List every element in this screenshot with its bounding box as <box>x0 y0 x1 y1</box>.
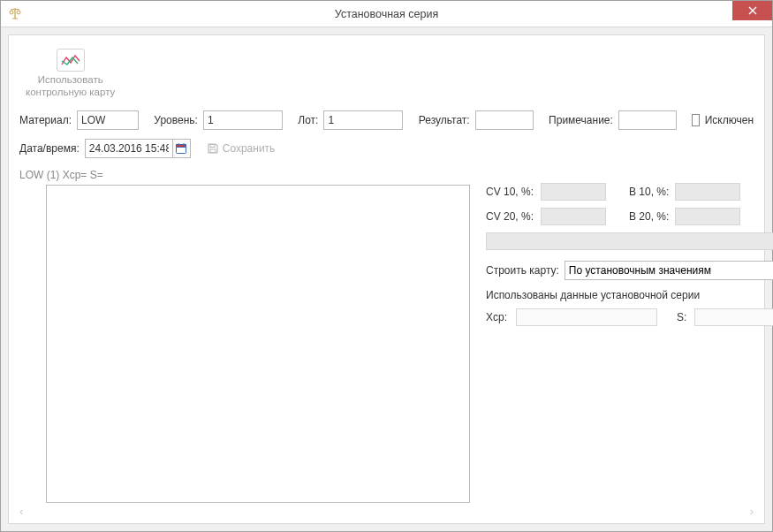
pager: ‹ › <box>19 505 754 518</box>
b10-value <box>675 183 740 201</box>
floppy-icon <box>207 142 219 155</box>
result-input[interactable] <box>475 110 534 130</box>
cv10-value <box>541 183 606 201</box>
s-label: S: <box>677 311 689 323</box>
excluded-label: Исключен <box>705 114 754 126</box>
svg-rect-3 <box>177 144 186 147</box>
pager-prev[interactable]: ‹ <box>19 505 23 518</box>
b20-label: B 20, %: <box>629 210 670 223</box>
cv20-row: CV 20, %: B 20, %: <box>486 208 773 225</box>
fields-row-2: Дата/время: Сохрани <box>19 139 754 158</box>
app-icon <box>8 7 22 21</box>
cv20-label: CV 20, %: <box>486 210 535 223</box>
status-bar <box>486 232 773 250</box>
datetime-picker <box>85 139 191 158</box>
titlebar: Установочная серия <box>1 1 772 27</box>
note-label: Примечание: <box>549 114 613 126</box>
s-value <box>694 308 773 326</box>
chart-header: LOW (1) Xcp= S= <box>19 169 470 181</box>
note-input[interactable] <box>618 110 677 130</box>
chart-column: LOW (1) Xcp= S= <box>19 169 470 503</box>
content-panel: Использовать контрольную карту Материал:… <box>8 34 765 524</box>
close-icon <box>748 6 757 15</box>
build-chart-select[interactable]: По установочным значениям <box>565 261 773 280</box>
use-control-chart-button[interactable]: Использовать контрольную карту <box>19 44 121 102</box>
save-button[interactable]: Сохранить <box>207 142 276 155</box>
stats-column: CV 10, %: B 10, %: CV 20, %: B 20, %: Ст… <box>486 169 773 503</box>
build-chart-row: Строить карту: По установочным значениям… <box>486 261 773 280</box>
svg-point-0 <box>10 11 13 14</box>
window-title: Установочная серия <box>335 8 438 20</box>
svg-rect-6 <box>210 144 215 147</box>
material-input[interactable] <box>77 110 139 130</box>
window: Установочная серия Использовать контроль… <box>0 0 773 532</box>
lot-label: Лот: <box>298 114 318 126</box>
save-label: Сохранить <box>223 142 276 155</box>
lower-area: LOW (1) Xcp= S= CV 10, %: B 10, %: CV 20… <box>19 169 754 503</box>
svg-rect-7 <box>210 149 216 153</box>
xcp-s-row: Xcp: S: <box>486 308 773 326</box>
b10-label: B 10, %: <box>629 186 670 198</box>
material-label: Материал: <box>19 114 72 126</box>
build-chart-label: Строить карту: <box>486 264 559 277</box>
cv10-row: CV 10, %: B 10, %: <box>486 183 773 201</box>
use-control-chart-label-2: контрольную карту <box>26 86 115 98</box>
chart-icon <box>57 49 85 72</box>
xcp-value <box>516 308 657 326</box>
cv20-value <box>541 208 606 225</box>
use-control-chart-label-1: Использовать <box>26 73 115 86</box>
svg-point-1 <box>17 11 20 14</box>
level-input[interactable] <box>203 110 283 130</box>
close-button[interactable] <box>732 1 772 20</box>
fields-row-1: Материал: Уровень: Лот: Результат: Приме… <box>19 110 754 130</box>
datetime-label: Дата/время: <box>19 142 80 155</box>
excluded-checkbox[interactable] <box>692 114 699 126</box>
datetime-button[interactable] <box>173 139 191 158</box>
lot-input[interactable] <box>323 110 403 130</box>
b20-value <box>675 208 740 225</box>
datetime-input[interactable] <box>85 139 173 158</box>
level-label: Уровень: <box>154 114 198 126</box>
used-data-label: Использованы данные установочной серии <box>486 289 773 301</box>
xcp-label: Xcp: <box>486 311 511 323</box>
result-label: Результат: <box>419 114 470 126</box>
calendar-icon <box>175 142 187 155</box>
cv10-label: CV 10, %: <box>486 186 535 198</box>
pager-next[interactable]: › <box>750 505 754 518</box>
chart-canvas <box>46 185 470 503</box>
